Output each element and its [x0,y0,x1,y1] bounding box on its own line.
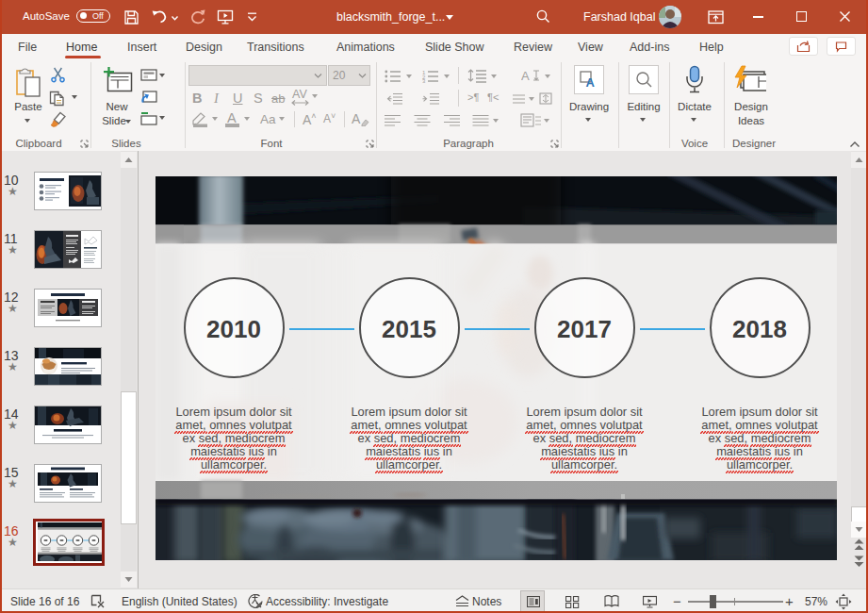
svg-text:3: 3 [422,78,426,83]
svg-text:A: A [586,75,596,90]
svg-text:A: A [521,69,530,83]
